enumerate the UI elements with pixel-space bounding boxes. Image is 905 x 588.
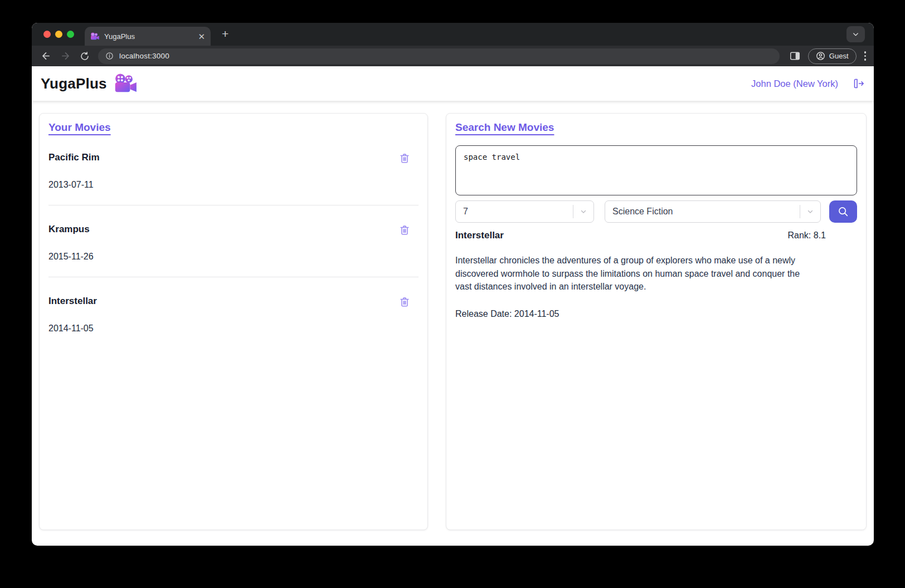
movie-title: Pacific Rim — [48, 152, 100, 163]
tab-title: YugaPlus — [104, 32, 193, 41]
search-icon — [837, 205, 849, 218]
search-query-input[interactable]: space travel — [455, 145, 857, 195]
app-header: YugaPlus John Doe (New York) — [32, 66, 874, 101]
guest-avatar-icon — [816, 51, 825, 61]
minimize-window-button[interactable] — [55, 31, 62, 38]
movie-date: 2014-11-05 — [48, 324, 419, 334]
forward-button[interactable] — [59, 50, 71, 62]
tab-search-chevron-button[interactable] — [846, 26, 865, 42]
url-text: localhost:3000 — [119, 52, 169, 60]
result-rank: Rank: 8.1 — [788, 231, 826, 241]
search-controls: 7 Science Fiction — [455, 200, 857, 223]
trash-icon — [398, 152, 411, 164]
delete-movie-button[interactable] — [398, 152, 411, 164]
favicon-movie-camera-icon — [90, 32, 100, 41]
site-info-icon[interactable] — [105, 52, 114, 60]
tab-close-icon[interactable]: ✕ — [198, 32, 205, 41]
browser-toolbar: localhost:3000 Guest — [32, 46, 874, 66]
movie-camera-logo-icon — [114, 74, 138, 94]
tab-strip: YugaPlus ✕ + — [32, 23, 874, 46]
zoom-window-button[interactable] — [67, 31, 74, 38]
main-content: Your Movies Pacific Rim 2013-07-11 Kramp… — [32, 101, 874, 530]
your-movies-title[interactable]: Your Movies — [48, 121, 111, 134]
new-tab-button[interactable]: + — [222, 28, 228, 40]
trash-icon — [398, 224, 411, 236]
movie-row: Interstellar 2014-11-05 — [48, 296, 419, 349]
reload-button[interactable] — [79, 50, 91, 62]
search-button[interactable] — [829, 200, 857, 223]
side-panel-icon[interactable] — [790, 51, 800, 61]
tab-yugaplus[interactable]: YugaPlus ✕ — [85, 27, 211, 46]
category-select[interactable]: Science Fiction — [605, 200, 821, 223]
search-result: Interstellar Rank: 8.1 Interstellar chro… — [455, 230, 857, 319]
movie-row: Krampus 2015-11-26 — [48, 224, 419, 277]
guest-label: Guest — [829, 52, 849, 60]
back-button[interactable] — [40, 50, 52, 62]
traffic-lights — [43, 31, 74, 38]
toolbar-right: Guest — [790, 48, 866, 64]
profile-button[interactable]: Guest — [808, 48, 857, 64]
search-panel: Search New Movies space travel 7 Science… — [446, 113, 867, 530]
chevron-down-icon — [800, 208, 820, 215]
delete-movie-button[interactable] — [398, 296, 411, 308]
movie-date: 2013-07-11 — [48, 180, 419, 190]
movie-title: Krampus — [48, 224, 90, 235]
rank-select[interactable]: 7 — [455, 200, 594, 223]
app-logo-text: YugaPlus — [41, 75, 107, 92]
close-window-button[interactable] — [43, 31, 51, 38]
logout-icon[interactable] — [852, 77, 865, 90]
movie-row: Pacific Rim 2013-07-11 — [48, 152, 419, 205]
chevron-down-icon — [852, 31, 859, 38]
movie-date: 2015-11-26 — [48, 252, 419, 262]
search-title[interactable]: Search New Movies — [455, 121, 554, 134]
chevron-down-icon — [573, 208, 593, 215]
url-bar[interactable]: localhost:3000 — [98, 48, 780, 64]
delete-movie-button[interactable] — [398, 224, 411, 236]
browser-window: YugaPlus ✕ + localhost:3000 Gues — [32, 23, 874, 546]
your-movies-panel: Your Movies Pacific Rim 2013-07-11 Kramp… — [39, 113, 428, 530]
user-name-link[interactable]: John Doe (New York) — [751, 79, 838, 89]
browser-menu-button[interactable] — [864, 51, 867, 61]
trash-icon — [398, 296, 411, 308]
result-description: Interstellar chronicles the adventures o… — [455, 254, 816, 293]
movie-title: Interstellar — [48, 296, 97, 307]
result-release-date: Release Date: 2014-11-05 — [455, 309, 826, 319]
result-movie-title: Interstellar — [455, 230, 504, 241]
